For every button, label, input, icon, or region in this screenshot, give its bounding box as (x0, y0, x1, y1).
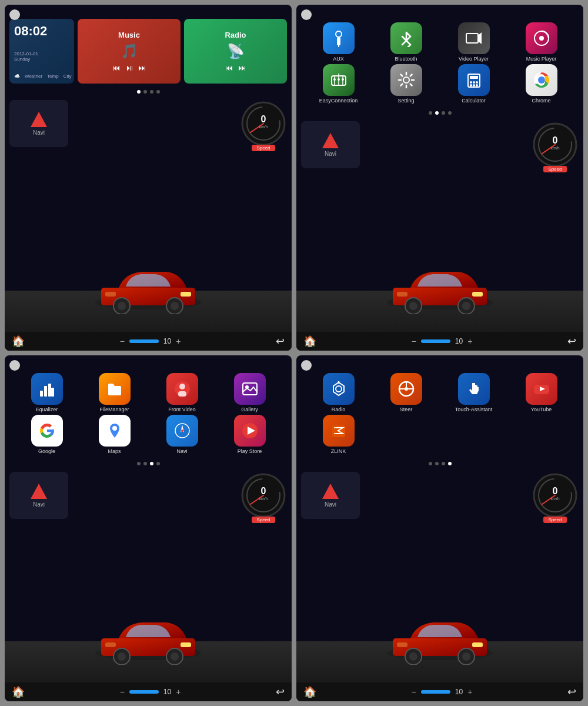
overlay-widgets-1: Navi 0 km/h Speed (9, 100, 287, 151)
touchassist-icon (458, 373, 490, 405)
svg-point-31 (470, 84, 472, 86)
chrome-icon (526, 64, 557, 96)
dot-3-4[interactable] (156, 462, 160, 465)
volume-bar-1[interactable] (129, 339, 159, 343)
svg-point-61 (181, 429, 183, 432)
app-item-bluetooth[interactable]: Bluetooth (373, 22, 439, 62)
bluetooth-icon (390, 22, 422, 54)
speed-label-3: Speed (252, 517, 275, 523)
navi-widget-2[interactable]: Navi (301, 121, 360, 168)
app-item-musicplayer[interactable]: Music Player (509, 22, 574, 62)
overlay-widgets-2: Navi 0 km/h Speed (301, 121, 579, 172)
home-button-3[interactable]: 🏠 (12, 685, 25, 698)
app-item-easyconn[interactable]: EasyConnection (306, 64, 371, 104)
minus-button-2[interactable]: − (412, 337, 416, 346)
home-button-1[interactable]: 🏠 (12, 335, 25, 348)
music-play-icon[interactable]: ⏯ (125, 63, 133, 72)
volume-num-3: 10 (163, 688, 171, 696)
maps-label: Maps (108, 448, 121, 454)
minus-button-3[interactable]: − (120, 687, 125, 697)
dot-2-2[interactable] (435, 111, 439, 115)
app-item-filemanager[interactable]: FileManager (82, 373, 147, 412)
radio-widget[interactable]: Radio 📡 ⏮ ⏭ (184, 19, 287, 84)
volume-bar-3[interactable] (129, 690, 159, 694)
toolbar-center-1: − 10 + (120, 337, 181, 346)
volume-bar-4[interactable] (421, 690, 450, 694)
bottom-section-1: Navi 0 km/h Speed (5, 95, 292, 332)
dot-2-3[interactable] (442, 111, 445, 115)
plus-button-2[interactable]: + (467, 337, 472, 346)
app-item-playstore[interactable]: Play Store (217, 415, 282, 454)
music-next-icon[interactable]: ⏭ (138, 63, 146, 72)
video-icon (458, 22, 490, 54)
dot-3-1[interactable] (137, 462, 141, 465)
music-controls[interactable]: ⏮ ⏯ ⏭ (112, 63, 146, 72)
dot-4-4[interactable] (448, 462, 452, 465)
dot-2-1[interactable] (429, 111, 432, 115)
back-button-4[interactable]: ↩ (567, 685, 576, 698)
app-item-calculator[interactable]: Calculator (441, 64, 506, 104)
dot-1-1[interactable] (137, 90, 141, 94)
dot-4-2[interactable] (435, 462, 439, 465)
app-item-zlink[interactable]: ZLINK (306, 415, 371, 454)
music-widget[interactable]: Music 🎵 ⏮ ⏯ ⏭ (78, 19, 181, 84)
plus-button-3[interactable]: + (176, 687, 181, 697)
svg-rect-76 (105, 642, 116, 647)
dot-4-3[interactable] (442, 462, 445, 465)
volume-bar-2[interactable] (421, 339, 450, 343)
music-prev-icon[interactable]: ⏮ (112, 63, 121, 72)
app-item-setting[interactable]: Setting (373, 64, 439, 104)
back-button-3[interactable]: ↩ (276, 685, 285, 698)
home-button-4[interactable]: 🏠 (303, 685, 316, 698)
back-button-1[interactable]: ↩ (276, 335, 285, 348)
speed-container-2: 0 km/h Speed (532, 121, 579, 172)
radio-app-icon (323, 373, 355, 405)
music-player-label: Music Player (526, 56, 557, 62)
radio-prev-icon[interactable]: ⏮ (225, 63, 233, 72)
navi-label-4: Navi (325, 501, 336, 508)
svg-point-25 (403, 77, 409, 83)
app-item-google[interactable]: Google (14, 415, 79, 454)
app-grid-3: Equalizer FileManager Fr (9, 369, 287, 458)
app-item-equalizer[interactable]: Equalizer (14, 373, 79, 412)
app-item-chrome[interactable]: Chrome (509, 64, 574, 104)
app-item-aux[interactable]: AUX (306, 22, 371, 62)
dot-3-2[interactable] (143, 462, 147, 465)
weather-icon: ☁️ (14, 74, 20, 79)
app-item-radio[interactable]: Radio (306, 373, 371, 412)
radio-next-icon[interactable]: ⏭ (238, 63, 246, 72)
app-item-frontvideo[interactable]: Front Video (149, 373, 215, 412)
app-item-maps[interactable]: Maps (82, 415, 147, 454)
plus-button-4[interactable]: + (467, 687, 472, 697)
speedometer-svg-4: 0 km/h (532, 472, 579, 519)
svg-rect-55 (178, 391, 186, 397)
navi-widget-1[interactable]: Navi (9, 100, 68, 147)
app-item-gallery[interactable]: Gallery (217, 373, 282, 412)
app-item-youtube[interactable]: YouTube (509, 373, 574, 412)
app-item-steer[interactable]: Steer (373, 373, 439, 412)
dot-1-2[interactable] (143, 90, 147, 94)
top-section-1: 08:02 2012-01-01 Sunday ☁️ Weather Temp … (5, 5, 292, 88)
radio-controls[interactable]: ⏮ ⏭ (225, 63, 246, 72)
minus-button-4[interactable]: − (412, 687, 416, 697)
dot-1-3[interactable] (150, 90, 153, 94)
dot-4-1[interactable] (429, 462, 432, 465)
plus-button-1[interactable]: + (176, 337, 181, 346)
svg-point-22 (333, 78, 336, 81)
dot-2-4[interactable] (448, 111, 452, 115)
dot-3-3[interactable] (150, 462, 153, 465)
svg-rect-50 (44, 386, 47, 397)
navi-widget-3[interactable]: Navi (9, 472, 68, 519)
back-button-2[interactable]: ↩ (567, 335, 576, 348)
app-item-video[interactable]: Video Player (441, 22, 506, 62)
app-item-touchassist[interactable]: Touch-Assistant (441, 373, 506, 412)
dot-1-4[interactable] (156, 90, 160, 94)
minus-button-1[interactable]: − (120, 337, 125, 346)
navi-widget-4[interactable]: Navi (301, 472, 360, 519)
frontvideo-label: Front Video (168, 407, 195, 412)
bottom-section-4: Navi 0 km/h Speed (296, 467, 583, 682)
svg-rect-17 (466, 34, 478, 43)
app-item-navi[interactable]: Navi (149, 415, 215, 454)
home-button-2[interactable]: 🏠 (303, 335, 316, 348)
svg-point-13 (336, 31, 342, 37)
